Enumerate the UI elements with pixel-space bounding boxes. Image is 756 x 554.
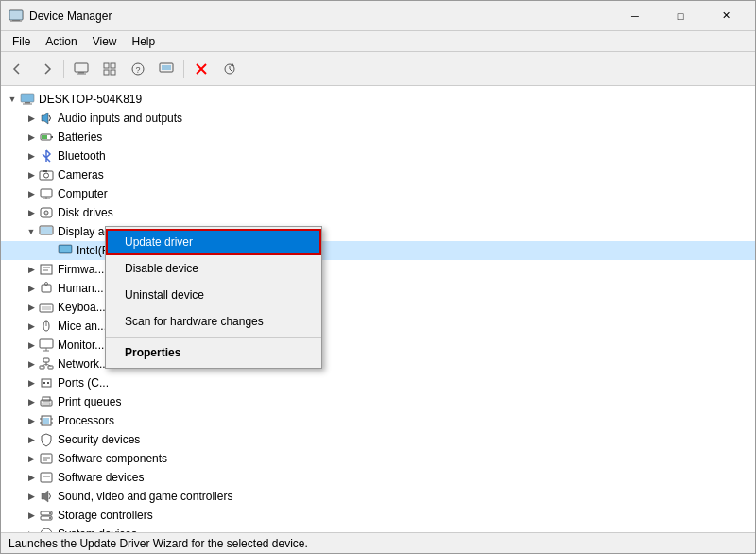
close-button[interactable]: ✕ — [704, 1, 747, 31]
svg-rect-47 — [40, 339, 53, 348]
tree-sound[interactable]: ▶ Sound, video and game controllers — [1, 487, 755, 506]
svg-rect-25 — [40, 171, 53, 180]
system-label: System devices — [58, 528, 137, 532]
tree-cameras[interactable]: ▶ Cameras — [1, 165, 755, 184]
svg-rect-43 — [40, 304, 53, 312]
svg-rect-9 — [104, 70, 109, 75]
software-devices-label: Software devices — [58, 471, 144, 484]
expand-software-components: ▶ — [24, 451, 39, 466]
toolbar-scan[interactable] — [216, 56, 243, 82]
monitors-label: Monitor... — [58, 338, 104, 352]
menu-file[interactable]: File — [5, 33, 38, 50]
ctx-disable-device[interactable]: Disable device — [106, 255, 321, 282]
svg-rect-10 — [111, 70, 115, 75]
software-devices-icon — [39, 470, 54, 485]
expand-audio: ▶ — [24, 111, 39, 126]
svg-rect-41 — [42, 285, 51, 292]
app-icon — [9, 9, 24, 24]
expand-storage: ▶ — [24, 508, 39, 523]
expand-firmware: ▶ — [24, 262, 39, 277]
svg-rect-14 — [162, 65, 171, 70]
svg-rect-23 — [51, 136, 53, 138]
expand-system: ▶ — [24, 527, 39, 532]
svg-rect-24 — [42, 135, 47, 139]
menu-view[interactable]: View — [85, 33, 125, 50]
expand-bluetooth: ▶ — [24, 148, 39, 164]
svg-marker-73 — [42, 491, 48, 502]
computer-icon — [20, 92, 35, 107]
toolbar-computer[interactable] — [68, 56, 94, 82]
minimize-button[interactable]: ─ — [613, 1, 657, 31]
camera-icon — [39, 167, 54, 182]
keyboard-label: Keyboa... — [58, 301, 106, 314]
menu-help[interactable]: Help — [125, 33, 163, 50]
audio-label: Audio inputs and outputs — [58, 112, 182, 125]
ctx-properties[interactable]: Properties — [106, 339, 321, 366]
tree-processors[interactable]: ▶ Processors — [1, 411, 755, 430]
tree-audio[interactable]: ▶ Audio inputs and outputs — [1, 109, 755, 128]
svg-rect-50 — [43, 358, 49, 362]
tree-security[interactable]: ▶ Security devices — [1, 430, 755, 449]
tree-storage[interactable]: ▶ Storage controllers — [1, 506, 755, 525]
root-label: DESKTOP-504K819 — [39, 93, 142, 106]
svg-rect-2 — [10, 21, 22, 22]
svg-point-26 — [44, 173, 49, 178]
ctx-update-driver[interactable]: Update driver — [106, 229, 321, 255]
svg-rect-19 — [25, 102, 30, 104]
sound-label: Sound, video and game controllers — [58, 490, 232, 503]
batteries-label: Batteries — [58, 130, 102, 144]
tree-system[interactable]: ▶ System devices — [1, 525, 755, 532]
security-icon — [39, 432, 54, 447]
toolbar-display[interactable] — [153, 56, 180, 82]
tree-ports[interactable]: ▶ Ports (C... — [1, 373, 755, 392]
tree-batteries[interactable]: ▶ Batteries — [1, 128, 755, 147]
tree-root[interactable]: ▼ DESKTOP-504K819 — [1, 90, 755, 109]
toolbar-forward[interactable] — [33, 56, 60, 82]
sound-icon — [39, 489, 54, 504]
svg-rect-37 — [60, 246, 71, 252]
svg-point-78 — [41, 528, 52, 532]
ctx-scan-hardware[interactable]: Scan for hardware changes — [106, 308, 321, 335]
expand-keyboard: ▶ — [24, 300, 39, 315]
expand-ports: ▶ — [24, 375, 39, 390]
ctx-properties-label: Properties — [125, 346, 180, 359]
processors-label: Processors — [58, 414, 114, 427]
tree-print[interactable]: ▶ Print queues — [1, 392, 755, 411]
firmware-icon — [39, 262, 54, 277]
tree-computer[interactable]: ▶ Computer — [1, 184, 755, 203]
toolbar-expand[interactable] — [96, 56, 123, 82]
toolbar-back[interactable] — [5, 56, 31, 82]
print-label: Print queues — [58, 395, 121, 408]
tree-software-devices[interactable]: ▶ Software devices — [1, 468, 755, 487]
ctx-uninstall-device[interactable]: Uninstall device — [106, 282, 321, 308]
svg-rect-61 — [43, 403, 50, 405]
svg-rect-7 — [104, 63, 109, 68]
cameras-label: Cameras — [58, 168, 104, 182]
storage-label: Storage controllers — [58, 509, 153, 522]
context-menu: Update driver Disable device Uninstall d… — [105, 226, 322, 369]
maximize-button[interactable]: □ — [659, 1, 702, 31]
toolbar-help[interactable]: ? — [125, 56, 151, 82]
human-icon — [39, 281, 54, 296]
battery-icon — [39, 130, 54, 145]
svg-text:?: ? — [135, 65, 140, 75]
ctx-separator — [106, 337, 321, 338]
status-bar: Launches the Update Driver Wizard for th… — [1, 532, 755, 553]
svg-rect-4 — [75, 63, 88, 72]
menu-action[interactable]: Action — [38, 33, 84, 50]
disk-icon — [39, 205, 54, 220]
svg-point-75 — [49, 512, 51, 514]
window-title: Device Manager — [29, 9, 613, 23]
tree-software-components[interactable]: ▶ Software components — [1, 449, 755, 468]
svg-rect-18 — [21, 94, 34, 102]
storage-icon — [39, 508, 54, 523]
tree-bluetooth[interactable]: ▶ Bluetooth — [1, 147, 755, 165]
expand-print: ▶ — [24, 394, 39, 409]
tree-disk[interactable]: ▶ Disk drives — [1, 203, 755, 222]
expand-software-devices: ▶ — [24, 470, 39, 485]
expand-processors: ▶ — [24, 413, 39, 428]
svg-rect-57 — [43, 382, 45, 384]
toolbar-delete[interactable] — [188, 56, 215, 82]
svg-rect-71 — [41, 473, 52, 482]
svg-rect-52 — [48, 366, 53, 369]
